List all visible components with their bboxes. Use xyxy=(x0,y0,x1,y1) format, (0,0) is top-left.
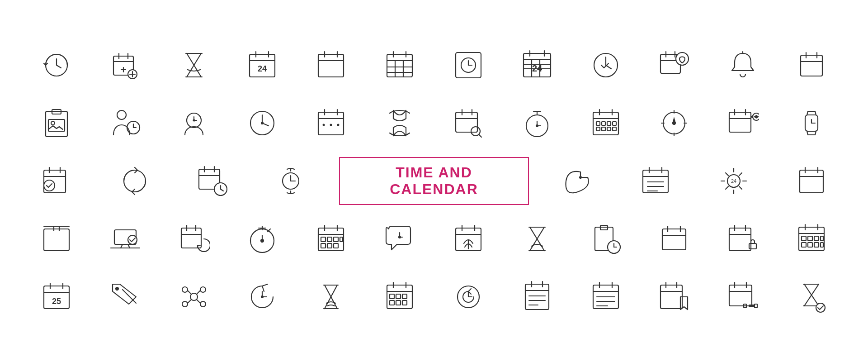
svg-rect-55 xyxy=(46,111,67,137)
svg-point-188 xyxy=(399,236,401,238)
clock-square-icon xyxy=(439,40,498,90)
svg-rect-96 xyxy=(607,122,611,125)
laptop-check-icon xyxy=(96,214,155,264)
row-4 xyxy=(27,214,841,264)
calendar-lines-icon xyxy=(576,272,635,322)
svg-rect-51 xyxy=(801,55,822,76)
calendar-bookmark-icon xyxy=(645,272,703,322)
svg-rect-208 xyxy=(749,243,756,249)
svg-text:24: 24 xyxy=(258,64,267,73)
back-arrow-time-icon xyxy=(548,156,607,206)
svg-rect-185 xyxy=(334,243,338,248)
svg-line-149 xyxy=(726,173,728,176)
calendar-wall-icon xyxy=(27,214,86,264)
calendar-grid-small-icon xyxy=(576,98,635,148)
calendar-time-icon xyxy=(183,156,242,206)
svg-rect-179 xyxy=(321,237,326,242)
svg-rect-182 xyxy=(340,237,343,242)
svg-rect-219 xyxy=(814,243,819,247)
stopwatch-icon xyxy=(508,98,566,148)
calendar-check-icon xyxy=(27,156,86,206)
svg-rect-255 xyxy=(525,284,549,310)
hourglass-icon xyxy=(165,40,223,90)
svg-point-89 xyxy=(536,125,538,127)
calendar-refresh-icon xyxy=(165,214,223,264)
svg-text:24: 24 xyxy=(731,178,736,184)
calendar-blank-icon xyxy=(302,40,360,90)
calendar-24-icon: 24 xyxy=(233,40,292,90)
svg-point-136 xyxy=(580,176,581,178)
svg-rect-215 xyxy=(814,236,819,241)
svg-point-226 xyxy=(116,287,118,290)
hourglass-3-icon xyxy=(302,272,360,322)
calendar-work-icon xyxy=(713,214,772,264)
svg-rect-99 xyxy=(602,127,605,131)
calendar-dumbbell-icon xyxy=(713,272,772,322)
svg-line-151 xyxy=(739,173,742,176)
row-3: TIME AND CALENDAR xyxy=(27,156,841,206)
svg-rect-200 xyxy=(662,229,686,250)
svg-rect-213 xyxy=(802,236,806,241)
svg-point-239 xyxy=(261,296,263,298)
svg-line-233 xyxy=(188,291,191,294)
svg-rect-204 xyxy=(729,228,751,251)
clock-check-icon xyxy=(576,40,635,90)
sun-24-icon: 24 xyxy=(704,156,763,206)
svg-point-75 xyxy=(323,124,325,126)
calendar-graduation-icon xyxy=(713,98,772,148)
svg-line-152 xyxy=(726,186,728,189)
svg-line-234 xyxy=(197,291,200,294)
svg-rect-101 xyxy=(613,127,616,131)
calendar-dots-icon xyxy=(302,98,360,148)
svg-rect-249 xyxy=(390,300,394,305)
calendar-corner-icon xyxy=(782,156,841,206)
svg-rect-217 xyxy=(802,243,806,247)
svg-rect-247 xyxy=(396,294,401,299)
row-5: 25 xyxy=(27,272,841,322)
person-time-icon xyxy=(96,98,155,148)
calendar-grid3-icon xyxy=(782,214,841,264)
svg-rect-248 xyxy=(402,294,407,299)
calendar-mini-icon xyxy=(782,40,841,90)
smartwatch-icon xyxy=(782,98,841,148)
svg-rect-216 xyxy=(821,236,823,241)
clock-arrow-icon xyxy=(439,272,498,322)
svg-rect-21 xyxy=(387,54,412,77)
calendar-bell-icon xyxy=(645,40,703,90)
icon-grid: 24 xyxy=(27,40,841,322)
bell-icon xyxy=(713,40,772,90)
calendar-search-icon xyxy=(439,98,498,148)
svg-rect-251 xyxy=(402,300,407,305)
svg-rect-246 xyxy=(390,294,394,299)
svg-rect-98 xyxy=(596,127,600,131)
svg-rect-183 xyxy=(321,243,326,248)
clock-circle-icon xyxy=(233,98,292,148)
svg-rect-218 xyxy=(808,243,812,247)
svg-point-58 xyxy=(51,121,55,125)
calendar-tree-icon xyxy=(439,214,498,264)
svg-point-77 xyxy=(337,124,340,126)
svg-rect-181 xyxy=(334,237,338,242)
svg-rect-214 xyxy=(808,236,812,241)
clipboard-image-icon xyxy=(27,98,86,148)
svg-rect-184 xyxy=(327,243,332,248)
hourglass-2-icon xyxy=(508,214,566,264)
svg-point-232 xyxy=(200,301,206,307)
calendar-grid2-icon xyxy=(302,214,360,264)
svg-line-235 xyxy=(188,300,191,303)
svg-rect-269 xyxy=(660,285,682,309)
row-1: 24 xyxy=(27,40,841,90)
network-clock-icon xyxy=(165,272,223,322)
svg-rect-250 xyxy=(396,300,401,305)
svg-rect-154 xyxy=(800,170,823,193)
calendar-grid-icon xyxy=(370,40,429,90)
svg-rect-100 xyxy=(607,127,611,131)
title-cell: TIME AND CALENDAR xyxy=(339,156,529,206)
svg-rect-71 xyxy=(318,112,344,135)
svg-point-230 xyxy=(200,287,206,292)
svg-point-123 xyxy=(44,180,55,191)
calendar-grid4-icon xyxy=(370,272,429,322)
svg-point-66 xyxy=(193,120,194,121)
page-title: TIME AND CALENDAR xyxy=(390,164,478,197)
refresh-clock-icon xyxy=(27,40,86,90)
